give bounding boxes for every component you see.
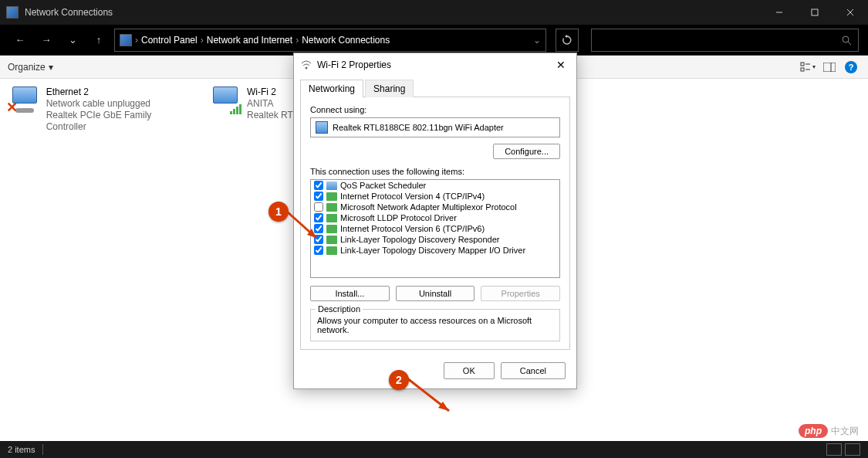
svg-rect-10: [823, 63, 836, 72]
protocol-icon: [326, 192, 337, 201]
list-item[interactable]: Internet Protocol Version 4 (TCP/IPv4): [311, 191, 559, 202]
organize-menu[interactable]: Organize ▾: [8, 62, 53, 73]
maximize-button[interactable]: [797, 0, 833, 25]
thumbnails-view-icon[interactable]: [845, 443, 860, 456]
up-button[interactable]: ↑: [88, 29, 110, 51]
configure-button[interactable]: Configure...: [493, 144, 560, 159]
connect-using-label: Connect using:: [310, 105, 560, 114]
connection-items-list[interactable]: QoS Packet Scheduler Internet Protocol V…: [310, 179, 560, 278]
annotation-marker: 1: [269, 202, 289, 222]
list-item[interactable]: Internet Protocol Version 6 (TCP/IPv6): [311, 223, 559, 234]
navigation-bar: ← → ⌄ ↑ › Control Panel › Network and In…: [0, 25, 868, 56]
adapter-field[interactable]: Realtek RTL8188CE 802.11bgn WiFi Adapter: [310, 117, 560, 137]
item-checkbox[interactable]: [314, 246, 323, 255]
svg-rect-1: [812, 9, 818, 15]
disconnected-icon: ✕: [6, 99, 18, 116]
uninstall-button[interactable]: Uninstall: [396, 286, 475, 301]
search-input[interactable]: [591, 29, 859, 52]
protocol-icon: [326, 236, 337, 244]
preview-pane-button[interactable]: [820, 58, 839, 76]
description-box: Description Allows your computer to acce…: [310, 309, 560, 341]
window-title: Network Connections: [25, 7, 762, 18]
breadcrumb-root[interactable]: Control Panel: [141, 35, 198, 46]
adapter-icon: [316, 121, 328, 134]
minimize-button[interactable]: [762, 0, 797, 25]
breadcrumb-icon: [120, 34, 132, 46]
item-checkbox[interactable]: [314, 181, 323, 190]
forward-button[interactable]: →: [35, 29, 57, 51]
watermark-text: 中文网: [831, 425, 859, 438]
breadcrumb-chevron-icon[interactable]: ⌄: [533, 35, 541, 46]
tab-panel: Connect using: Realtek RTL8188CE 802.11b…: [300, 97, 570, 350]
item-count: 2 items: [8, 445, 35, 454]
description-legend: Description: [316, 304, 363, 314]
window-titlebar: Network Connections: [0, 0, 868, 25]
item-checkbox[interactable]: [314, 235, 323, 244]
wifi-icon: [208, 87, 241, 114]
cancel-button[interactable]: Cancel: [501, 362, 566, 379]
item-checkbox[interactable]: [314, 213, 323, 222]
connection-status: ANITA: [247, 98, 293, 110]
adapter-name: Realtek RTL8188CE 802.11bgn WiFi Adapter: [333, 123, 504, 132]
properties-dialog: Wi-Fi 2 Properties ✕ Networking Sharing …: [293, 53, 577, 389]
connection-ethernet[interactable]: ✕ Ethernet 2 Network cable unplugged Rea…: [8, 87, 193, 133]
properties-button[interactable]: Properties: [481, 286, 560, 301]
close-button[interactable]: [833, 0, 868, 25]
list-item[interactable]: Link-Layer Topology Discovery Responder: [311, 234, 559, 245]
svg-rect-7: [801, 68, 804, 71]
list-item[interactable]: QoS Packet Scheduler: [311, 180, 559, 191]
watermark: php 中文网: [799, 424, 859, 438]
connection-device: Realtek PCIe GbE Family Controller: [46, 110, 193, 133]
status-bar: 2 items: [0, 441, 868, 458]
chevron-down-icon: ▾: [49, 62, 53, 73]
app-icon: [6, 6, 19, 19]
watermark-brand: php: [799, 424, 828, 438]
ok-button[interactable]: OK: [444, 362, 495, 379]
items-label: This connection uses the following items…: [310, 167, 560, 176]
connection-name: Wi-Fi 2: [247, 87, 293, 98]
breadcrumb-leaf[interactable]: Network Connections: [302, 35, 390, 46]
connection-device: Realtek RT: [247, 110, 293, 121]
ethernet-icon: ✕: [8, 87, 40, 114]
tab-networking[interactable]: Networking: [300, 80, 363, 97]
item-checkbox[interactable]: [314, 202, 323, 212]
svg-rect-6: [801, 63, 804, 66]
help-button[interactable]: ?: [842, 58, 860, 76]
list-item[interactable]: Microsoft Network Adapter Multiplexor Pr…: [311, 202, 559, 212]
breadcrumb-mid[interactable]: Network and Internet: [207, 35, 292, 46]
dialog-close-button[interactable]: ✕: [552, 57, 570, 73]
protocol-icon: [326, 246, 337, 255]
dialog-titlebar[interactable]: Wi-Fi 2 Properties ✕: [294, 53, 576, 76]
connection-name: Ethernet 2: [46, 87, 193, 98]
svg-point-12: [306, 67, 308, 70]
help-icon: ?: [845, 61, 857, 73]
details-view-icon[interactable]: [826, 443, 842, 456]
item-checkbox[interactable]: [314, 224, 323, 233]
item-checkbox[interactable]: [314, 192, 323, 201]
protocol-icon: [326, 203, 337, 212]
breadcrumb[interactable]: › Control Panel › Network and Internet ›…: [114, 29, 546, 52]
refresh-button[interactable]: [556, 29, 579, 52]
svg-point-4: [843, 36, 849, 42]
install-button[interactable]: Install...: [310, 286, 390, 301]
tab-sharing[interactable]: Sharing: [365, 80, 414, 97]
protocol-icon: [326, 182, 337, 190]
protocol-icon: [326, 214, 337, 222]
dialog-title: Wi-Fi 2 Properties: [317, 59, 552, 70]
annotation-marker: 2: [389, 370, 409, 390]
recent-dropdown[interactable]: ⌄: [62, 29, 83, 51]
list-item[interactable]: Microsoft LLDP Protocol Driver: [311, 212, 559, 223]
wifi-properties-icon: [300, 59, 312, 71]
protocol-icon: [326, 225, 337, 233]
connection-status: Network cable unplugged: [46, 98, 193, 110]
description-text: Allows your computer to access resources…: [317, 316, 553, 334]
view-options-button[interactable]: ▾: [799, 58, 817, 76]
search-icon: [841, 35, 852, 46]
list-item[interactable]: Link-Layer Topology Discovery Mapper I/O…: [311, 245, 559, 256]
back-button[interactable]: ←: [9, 29, 31, 51]
svg-line-5: [848, 42, 851, 45]
